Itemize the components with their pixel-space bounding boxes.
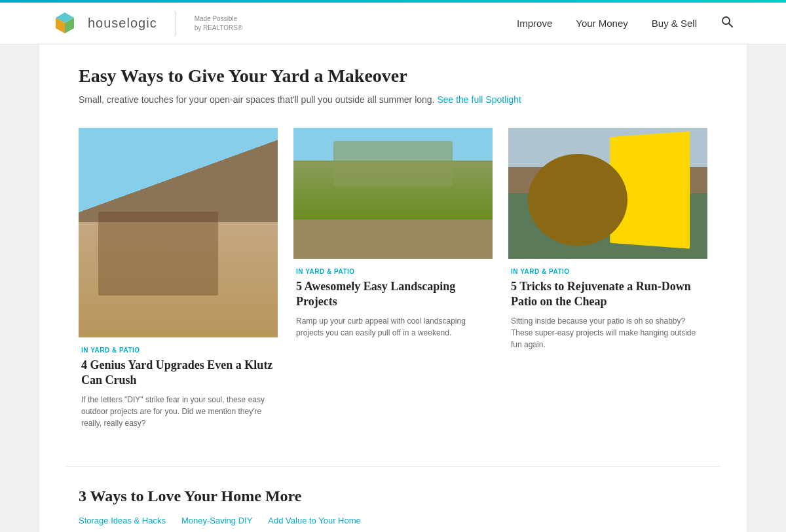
article-body-1: IN YARD & PATIO 4 Genius Yard Upgrades E… [79, 337, 278, 434]
svg-line-5 [729, 24, 732, 27]
article-category-3: IN YARD & PATIO [511, 268, 705, 275]
site-header: houselogic Made Possible by REALTORS® Im… [0, 3, 786, 45]
article-excerpt-3: Sitting inside because your patio is oh … [511, 315, 705, 351]
article-body-2: IN YARD & PATIO 5 Awesomely Easy Landsca… [293, 259, 493, 344]
love-section: 3 Ways to Love Your Home More Storage Id… [66, 466, 720, 525]
article-card-3: IN YARD & PATIO 5 Tricks to Rejuvenate a… [508, 128, 707, 434]
nav-improve[interactable]: Improve [517, 18, 552, 29]
category-label-2[interactable]: YARD & PATIO [305, 268, 354, 275]
article-category-2: IN YARD & PATIO [296, 268, 490, 275]
page-wrapper: Easy Ways to Give Your Yard a Makeover S… [0, 45, 786, 532]
search-button[interactable] [720, 15, 734, 31]
header-left: houselogic Made Possible by REALTORS® [52, 11, 242, 36]
article-title-2[interactable]: 5 Awesomely Easy Landscaping Projects [296, 279, 490, 310]
article-image-3 [508, 128, 707, 259]
article-excerpt-1: If the letters "DIY" strike fear in your… [81, 394, 275, 429]
article-card-1: IN YARD & PATIO 4 Genius Yard Upgrades E… [79, 128, 278, 434]
article-excerpt-2: Ramp up your curb appeal with cool lands… [296, 315, 490, 339]
category-label-1[interactable]: YARD & PATIO [90, 347, 140, 354]
article-card-2: IN YARD & PATIO 5 Awesomely Easy Landsca… [293, 128, 493, 434]
articles-grid: IN YARD & PATIO 4 Genius Yard Upgrades E… [66, 128, 720, 434]
article-title-3[interactable]: 5 Tricks to Rejuvenate a Run-Down Patio … [511, 279, 705, 310]
love-section-title: 3 Ways to Love Your Home More [79, 487, 707, 505]
search-icon [720, 15, 734, 28]
content-wrapper: Easy Ways to Give Your Yard a Makeover S… [39, 45, 747, 532]
article-title-1[interactable]: 4 Genius Yard Upgrades Even a Klutz Can … [81, 358, 275, 389]
header-divider [176, 12, 176, 35]
svg-point-4 [722, 17, 730, 24]
link-money-saving-diy[interactable]: Money-Saving DIY [181, 516, 252, 525]
spotlight-description: Small, creative touches for your open-ai… [79, 93, 707, 107]
article-image-2 [293, 128, 493, 259]
link-storage-ideas[interactable]: Storage Ideas & Hacks [79, 516, 166, 525]
article-category-1: IN YARD & PATIO [81, 347, 275, 354]
tagline: Made Possible by REALTORS® [195, 14, 243, 33]
category-label-3[interactable]: YARD & PATIO [520, 268, 569, 275]
link-add-value[interactable]: Add Value to Your Home [268, 516, 360, 525]
logo-text: houselogic [88, 16, 157, 31]
logo-icon [52, 11, 77, 36]
article-body-3: IN YARD & PATIO 5 Tricks to Rejuvenate a… [508, 259, 707, 356]
love-section-links: Storage Ideas & Hacks Money-Saving DIY A… [79, 516, 707, 525]
spotlight-link[interactable]: See the full Spotlight [437, 94, 521, 105]
nav-your-money[interactable]: Your Money [576, 18, 628, 29]
spotlight-title: Easy Ways to Give Your Yard a Makeover [79, 66, 707, 86]
nav-buy-sell[interactable]: Buy & Sell [652, 18, 697, 29]
spotlight-section: Easy Ways to Give Your Yard a Makeover S… [66, 66, 720, 128]
main-nav: Improve Your Money Buy & Sell [517, 15, 734, 31]
article-image-1 [79, 128, 278, 337]
